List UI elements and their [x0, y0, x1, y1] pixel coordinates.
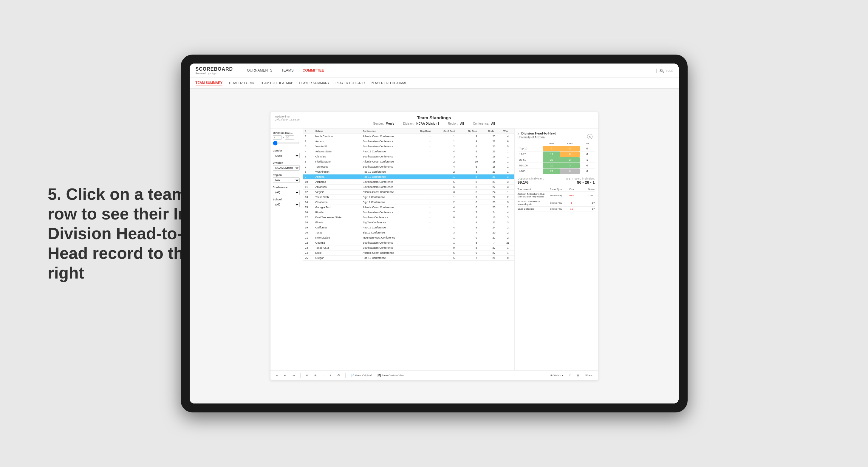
conference-group: Conference (All) — [273, 186, 301, 195]
min-rounds-input[interactable] — [273, 135, 282, 139]
cell-conference: Pac-12 Conference — [361, 149, 418, 154]
col-reg-rank: Reg Rank — [418, 128, 442, 134]
table-row[interactable]: 25 Oregon Pac-12 Conference - 5 7 21 0 — [303, 255, 514, 261]
cell-num: 11 — [303, 185, 314, 190]
table-row[interactable]: 13 Texas Tech Big 12 Conference - 1 9 27… — [303, 195, 514, 200]
standings-table: # School Conference Reg Rank Conf Rank N… — [303, 128, 514, 261]
upload-button[interactable]: ↑ — [321, 373, 326, 377]
zoom-in-button[interactable]: ⊕ — [304, 373, 310, 377]
table-row[interactable]: 15 Georgia Tech Atlantic Coast Conferenc… — [303, 205, 514, 210]
table-row[interactable]: 8 Washington Pac-12 Conference - 2 8 23 … — [303, 169, 514, 175]
h2h-close-button[interactable]: ✕ — [587, 134, 592, 139]
table-row[interactable]: 1 North Carolina Atlantic Coast Conferen… — [303, 134, 514, 139]
gender-select[interactable]: Men's — [273, 153, 300, 158]
sub-nav-team-h2h-heatmap[interactable]: TEAM H2H HEATMAP — [260, 80, 293, 86]
col-no-tour: No Tour — [466, 128, 486, 134]
sub-nav-player-summary[interactable]: PLAYER SUMMARY — [299, 80, 330, 86]
table-row[interactable]: 11 Arkansas Southeastern Conference - 6 … — [303, 185, 514, 190]
watch-button[interactable]: 👁 Watch ▾ — [548, 373, 565, 377]
view-original-button[interactable]: 📄 View: Original — [349, 373, 373, 377]
cell-no-tour: 8 — [466, 175, 486, 180]
table-row[interactable]: 22 Georgia Southeastern Conference - 1 8… — [303, 240, 514, 245]
cell-no-tour: 9 — [466, 235, 486, 240]
cell-conf-rank: 1 — [442, 240, 466, 245]
undo-button[interactable]: ↩ — [274, 373, 280, 377]
nav-teams[interactable]: TEAMS — [281, 67, 294, 74]
table-row[interactable]: 12 Virginia Atlantic Coast Conference - … — [303, 190, 514, 195]
cell-win: 3 — [501, 175, 514, 180]
sub-nav-team-h2h-grid[interactable]: TEAM H2H GRID — [228, 80, 254, 86]
table-row[interactable]: 3 Vanderbilt Southeastern Conference - 2… — [303, 144, 514, 149]
table-row[interactable]: 2 Auburn Southeastern Conference - 1 9 2… — [303, 139, 514, 144]
display-button[interactable]: □ — [567, 373, 572, 377]
app-window: Update time: 27/03/2024 16:56:26 Team St… — [270, 112, 598, 380]
table-row[interactable]: 5 Ole Miss Southeastern Conference - 3 6… — [303, 154, 514, 159]
cell-num: 7 — [303, 164, 314, 169]
redo-button1[interactable]: ↩ — [282, 373, 288, 377]
sign-out-link[interactable]: Sign out — [659, 69, 672, 73]
cell-conf-rank: 4 — [442, 205, 466, 210]
cell-win: 1 — [501, 250, 514, 255]
cell-rnds: 25 — [486, 175, 501, 180]
table-row[interactable]: 21 New Mexico Mountain West Conference -… — [303, 235, 514, 240]
division-select[interactable]: NCAA Division I — [273, 165, 300, 170]
conference-select[interactable]: (All) — [273, 190, 300, 195]
conference-filter-display: Conference: All — [473, 122, 495, 125]
table-row[interactable]: 20 Texas Big 12 Conference - 3 7 20 2 — [303, 230, 514, 235]
cell-rnds: 24 — [486, 225, 501, 230]
update-time-label: Update time: — [275, 115, 290, 118]
redo-button2[interactable]: ↪ — [291, 373, 297, 377]
cell-conf-rank: 2 — [442, 159, 466, 164]
nav-tournaments[interactable]: TOURNAMENTS — [245, 67, 272, 74]
cell-conference: Atlantic Coast Conference — [361, 159, 418, 164]
sub-nav-team-summary[interactable]: TEAM SUMMARY — [196, 80, 223, 86]
cell-no-tour: 6 — [466, 164, 486, 169]
cell-conf-rank: 9 — [442, 245, 466, 250]
school-filter-label: School — [273, 198, 301, 201]
table-row[interactable]: 9 Arizona Pac-12 Conference - 1 8 25 3 — [303, 175, 514, 180]
share-button[interactable]: Share — [583, 373, 594, 377]
max-rounds-input[interactable] — [285, 135, 294, 139]
conference-filter-label: Conference — [273, 186, 301, 189]
region-select[interactable]: N/A — [273, 178, 300, 183]
cell-no-tour: 9 — [466, 149, 486, 154]
add-button[interactable]: + — [328, 373, 333, 377]
cell-no-tour: 9 — [466, 220, 486, 225]
h2h-loss-cell: 0 — [560, 168, 580, 174]
school-select[interactable]: (All) — [273, 202, 300, 207]
cell-num: 24 — [303, 250, 314, 255]
table-row[interactable]: 6 Florida State Atlantic Coast Conferenc… — [303, 159, 514, 164]
table-row[interactable]: 10 Alabama Southeastern Conference - 5 8… — [303, 180, 514, 185]
zoom-out-button[interactable]: ⊕ — [312, 373, 318, 377]
table-row[interactable]: 4 Arizona State Pac-12 Conference - 4 9 … — [303, 149, 514, 154]
save-custom-view-button[interactable]: 💾 Save Custom View — [376, 373, 406, 377]
table-row[interactable]: 19 California Pac-12 Conference - 4 8 24… — [303, 225, 514, 230]
gender-filter-label: Gender — [273, 149, 301, 152]
cell-no-tour: 7 — [466, 230, 486, 235]
cell-rnds: 18 — [486, 154, 501, 159]
table-row[interactable]: 7 Tennessee Southeastern Conference - 4 … — [303, 164, 514, 169]
pos-col-header: Pos — [564, 188, 579, 191]
table-row[interactable]: 17 East Tennessee State Southern Confere… — [303, 215, 514, 220]
table-row[interactable]: 18 Illinois Big Ten Conference - 1 9 23 … — [303, 220, 514, 225]
cell-no-tour: 10 — [466, 159, 486, 164]
cell-win: 1 — [501, 159, 514, 164]
cell-conference: Southeastern Conference — [361, 185, 418, 190]
table-row[interactable]: 23 Texas A&M Southeastern Conference - 9… — [303, 245, 514, 250]
sub-nav-player-h2h-heatmap[interactable]: PLAYER H2H HEATMAP — [371, 80, 407, 86]
nav-committee[interactable]: COMMITTEE — [303, 67, 324, 74]
cell-reg-rank: - — [418, 235, 442, 240]
cell-reg-rank: - — [418, 164, 442, 169]
sub-nav-player-h2h-grid[interactable]: PLAYER H2H GRID — [336, 80, 365, 86]
rounds-slider[interactable] — [273, 141, 300, 146]
grid-button[interactable]: ⊞ — [575, 373, 581, 377]
table-row[interactable]: 24 Duke Atlantic Coast Conference - 5 9 … — [303, 250, 514, 255]
table-row[interactable]: 14 Oklahoma Big 12 Conference - 2 8 26 3 — [303, 200, 514, 205]
cell-win: 3 — [501, 220, 514, 225]
table-row[interactable]: 16 Florida Southeastern Conference - 7 7… — [303, 210, 514, 215]
cell-conf-rank: 1 — [442, 139, 466, 144]
cell-conf-rank: 2 — [442, 144, 466, 149]
tablet-screen: SCOREBOARD Powered by clippd TOURNAMENTS… — [190, 64, 679, 403]
main-content: Update time: 27/03/2024 16:56:26 Team St… — [190, 89, 679, 403]
timer-button[interactable]: ⏱ — [336, 373, 342, 377]
